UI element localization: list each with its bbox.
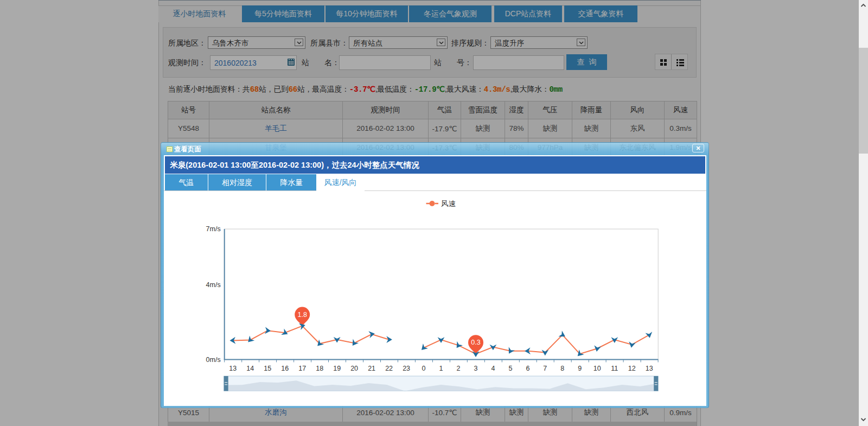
svg-text:12: 12	[628, 365, 636, 372]
svg-text:4m/s: 4m/s	[206, 281, 221, 289]
svg-text:8: 8	[561, 365, 565, 372]
svg-text:15: 15	[264, 365, 272, 372]
svg-text:23: 23	[403, 365, 410, 372]
svg-text:6: 6	[526, 365, 530, 372]
svg-text:风速: 风速	[441, 200, 456, 208]
svg-text:11: 11	[611, 365, 618, 372]
svg-text:9: 9	[578, 365, 582, 372]
svg-text:0.3: 0.3	[471, 339, 481, 346]
svg-text:22: 22	[385, 365, 393, 372]
svg-text:2: 2	[457, 365, 461, 372]
svg-text:18: 18	[316, 365, 324, 372]
svg-text:4: 4	[492, 365, 495, 372]
svg-text:20: 20	[350, 365, 358, 372]
svg-text:3: 3	[474, 365, 478, 372]
svg-text:0: 0	[422, 365, 426, 372]
svg-text:5: 5	[509, 365, 513, 372]
svg-text:1: 1	[439, 365, 443, 372]
svg-text:16: 16	[282, 365, 289, 372]
svg-text:10: 10	[593, 365, 601, 372]
svg-text:13: 13	[229, 365, 237, 372]
svg-text:7: 7	[544, 365, 547, 372]
svg-text:17: 17	[299, 365, 307, 372]
svg-text:14: 14	[247, 365, 254, 372]
svg-text:0m/s: 0m/s	[206, 356, 221, 364]
svg-text:7m/s: 7m/s	[206, 225, 221, 233]
svg-text:13: 13	[646, 365, 653, 372]
svg-text:1.8: 1.8	[298, 311, 307, 319]
svg-text:21: 21	[368, 365, 375, 372]
svg-text:19: 19	[334, 365, 341, 372]
